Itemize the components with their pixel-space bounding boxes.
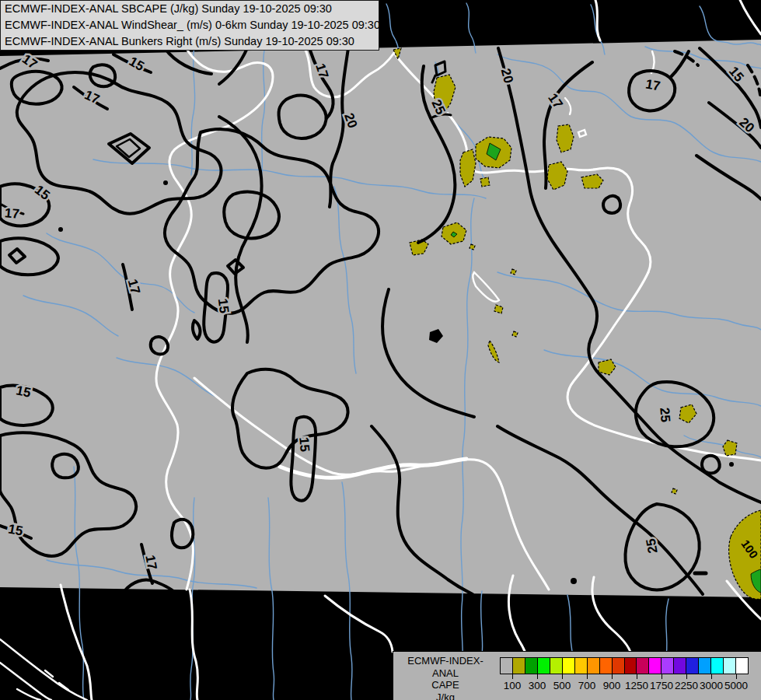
legend-swatch [648, 657, 662, 674]
legend-tick [537, 674, 538, 679]
legend-swatch [735, 657, 749, 674]
legend-title-parameter: CAPE [395, 679, 496, 691]
legend-swatch [710, 657, 724, 674]
legend-swatch [550, 657, 563, 674]
legend-colorbar [500, 657, 749, 674]
legend-swatch [636, 657, 649, 674]
legend-swatch [686, 657, 699, 674]
title-line-sbcape: ECMWF-INDEX-ANAL SBCAPE (J/kg) Sunday 19… [1, 1, 379, 17]
legend-swatch [537, 657, 550, 674]
legend-swatch [587, 657, 600, 674]
legend-swatch [612, 657, 625, 674]
legend-swatch [562, 657, 575, 674]
legend-tick [512, 674, 513, 679]
weather-analysis-screenshot: 1715171720252017171520151717151515251517… [0, 0, 761, 700]
legend-title-model: ECMWF-INDEX-ANAL [395, 655, 496, 679]
contour-value-label: 25 [644, 537, 661, 555]
contour-value-label: 15 [15, 383, 32, 401]
contour-value-label: 15 [7, 522, 24, 539]
legend-tick [662, 674, 662, 679]
legend-swatch [723, 657, 736, 674]
contour-value-label: 15 [215, 298, 232, 314]
contour-value-label: 25 [657, 407, 673, 423]
legend-tick-label: 5000 [719, 680, 753, 691]
contour-value-label: 15 [296, 436, 312, 453]
title-line-bunkers: ECMWF-INDEX-ANAL Bunkers Right (m/s) Sun… [1, 33, 379, 50]
legend-tick [637, 674, 637, 679]
cape-legend: ECMWF-INDEX-ANAL CAPE J/kg 1003005007009… [393, 651, 761, 700]
legend-swatch [500, 657, 513, 674]
legend-title-units: J/kg [395, 691, 496, 700]
legend-swatch [512, 657, 525, 674]
legend-tick [562, 674, 563, 679]
map-title-block: ECMWF-INDEX-ANAL SBCAPE (J/kg) Sunday 19… [0, 0, 379, 51]
contour-value-label: 17 [644, 77, 662, 94]
legend-tick [587, 674, 588, 679]
legend-title: ECMWF-INDEX-ANAL CAPE J/kg [395, 655, 496, 700]
legend-swatch [673, 657, 686, 674]
legend-swatch [698, 657, 711, 674]
legend-tick [736, 674, 737, 679]
legend-tick [711, 674, 712, 679]
legend-swatch [599, 657, 613, 674]
model-domain-area [0, 40, 761, 597]
legend-tick [686, 674, 687, 679]
title-line-windshear: ECMWF-INDEX-ANAL WindShear_ (m/s) 0-6km … [1, 17, 379, 33]
legend-swatch [661, 657, 674, 674]
legend-swatch [525, 657, 538, 674]
legend-tick [612, 674, 613, 679]
weather-map: 1715171720252017171520151717151515251517… [0, 0, 761, 700]
contour-value-label: 17 [142, 554, 159, 571]
legend-swatch [624, 657, 637, 674]
legend-swatch [574, 657, 588, 674]
contour-value-label: 17 [4, 205, 20, 222]
